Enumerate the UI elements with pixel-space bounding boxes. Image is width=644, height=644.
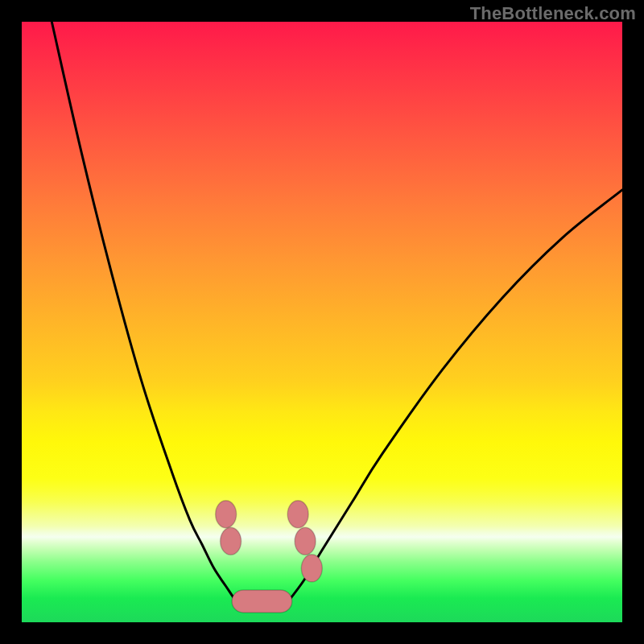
marker-left-0 <box>216 501 237 528</box>
marker-right-0 <box>287 501 308 528</box>
marker-bottom-bar <box>232 590 292 613</box>
left-curve <box>52 22 237 605</box>
marker-right-2 <box>301 555 322 582</box>
marker-right-1 <box>295 527 316 555</box>
marker-left-1 <box>221 527 242 555</box>
right-curve <box>286 190 622 605</box>
chart-svg <box>22 22 622 622</box>
